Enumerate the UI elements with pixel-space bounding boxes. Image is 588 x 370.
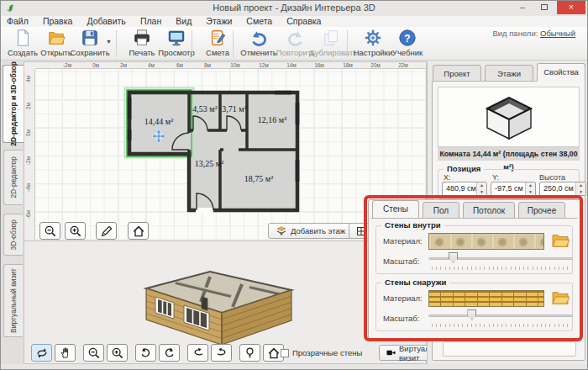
- duplicate-pages-icon: [322, 29, 340, 47]
- tab-2d-and-3d[interactable]: 2D-редактор и 3D-обзор: [3, 65, 24, 143]
- monitor-icon: [167, 29, 186, 47]
- checkbox-box[interactable]: [281, 349, 289, 357]
- room-label-4-53: 4,53 м²: [192, 104, 217, 114]
- tab-3d-view[interactable]: 3D-обзор: [3, 214, 23, 256]
- open-folder-icon: [47, 29, 66, 47]
- checkbox-label: Прозрачные стены: [292, 348, 362, 357]
- gear-icon: [364, 29, 382, 47]
- walls-properties-panel: Стены Пол Потолок Прочее Стены внутри Ма…: [368, 199, 580, 339]
- light-bulb-icon: [244, 346, 256, 359]
- transparent-walls-checkbox[interactable]: Прозрачные стены: [281, 348, 362, 357]
- slider-handle[interactable]: [467, 309, 476, 320]
- tab-properties[interactable]: Свойства: [537, 63, 585, 82]
- redo-icon: [286, 29, 305, 47]
- spinner-arrows[interactable]: ▲▼: [575, 182, 585, 195]
- wall-height-spinbox[interactable]: 250,0 см ▲▼: [539, 182, 586, 196]
- tab-ceiling[interactable]: Потолок: [463, 202, 515, 219]
- slider-ticks: [432, 324, 571, 327]
- close-button[interactable]: ×: [557, 1, 585, 14]
- room-label-18-75: 18,75 м²: [244, 174, 273, 183]
- orbit-button[interactable]: [31, 344, 52, 362]
- inner-wall-material-swatch[interactable]: [428, 233, 544, 250]
- plan-home-button[interactable]: [128, 222, 149, 240]
- rotate-ccw-icon: [139, 346, 152, 359]
- save-dropdown-arrow[interactable]: ▼: [106, 39, 112, 45]
- panel-view-label: Вид панели:: [492, 29, 538, 38]
- zoom-in-icon: [111, 346, 124, 360]
- menu-item-file[interactable]: Файл: [1, 16, 34, 27]
- maximize-button[interactable]: [533, 1, 555, 14]
- browse-material-folder-icon[interactable]: [551, 290, 570, 305]
- menu-item-plan[interactable]: План: [134, 16, 167, 27]
- zoom-out-3d-button[interactable]: [83, 344, 104, 362]
- add-floor-button[interactable]: Добавить этаж: [268, 223, 353, 239]
- panel-view-link[interactable]: Обычный: [540, 29, 575, 38]
- slider-ticks: [432, 267, 571, 270]
- tab-other[interactable]: Прочее: [518, 202, 565, 219]
- vertical-ruler: 4м 2м 0м -2м -4м -6м: [24, 69, 35, 240]
- panel-view-switch: Вид панели: Обычный: [492, 29, 575, 38]
- tab-floor[interactable]: Пол: [423, 202, 459, 219]
- rotate-cw-icon: [163, 346, 176, 359]
- toolbar-separator: [347, 30, 348, 57]
- tab-virtual-visit[interactable]: Виртуальный визит: [3, 264, 23, 337]
- menu-item-estimate[interactable]: Смета: [240, 16, 278, 27]
- inner-walls-title: Стены внутри: [381, 220, 444, 230]
- help-icon: ?: [398, 29, 417, 47]
- tab-walls[interactable]: Стены: [372, 200, 419, 219]
- estimate-notepad-icon: [208, 29, 227, 47]
- layers-icon: [276, 225, 287, 236]
- new-document-icon: [13, 29, 32, 47]
- toolbar-separator: [233, 30, 234, 57]
- home-icon: [267, 346, 281, 360]
- rotate-cw-button[interactable]: [159, 344, 180, 362]
- spinner-arrows[interactable]: ▲▼: [476, 182, 486, 195]
- plan-2d-view[interactable]: -2м 0м 2м 4м 6м 8м 10м 12м 14м 16м 18м 2…: [24, 61, 427, 241]
- rotate-ccw-button[interactable]: [135, 344, 156, 362]
- inner-wall-scale-slider[interactable]: [428, 252, 573, 264]
- left-mode-tabs: 2D-редактор и 3D-обзор 2D-редактор 3D-об…: [1, 61, 24, 364]
- light-button[interactable]: [239, 344, 260, 362]
- outer-wall-material-swatch[interactable]: [428, 290, 544, 307]
- tab-project[interactable]: Проект: [433, 65, 481, 82]
- menu-item-view[interactable]: Вид: [170, 16, 197, 27]
- pan-button[interactable]: [55, 344, 76, 362]
- orbit-icon: [35, 346, 49, 360]
- video-camera-icon: [386, 348, 396, 357]
- zoom-in-icon: [69, 225, 82, 238]
- spin-right-button[interactable]: [211, 344, 232, 362]
- measure-tool-button[interactable]: [96, 222, 117, 240]
- save-floppy-icon: [81, 29, 99, 47]
- room-label-13-25: 13,25 м²: [195, 159, 223, 168]
- minimize-button[interactable]: –: [512, 1, 533, 14]
- spin-left-button[interactable]: [187, 344, 208, 362]
- tutorial-button[interactable]: ? Учебник: [386, 29, 429, 60]
- tab-floors[interactable]: Этажи: [485, 65, 533, 82]
- room-label-14-44: 14,44 м²: [144, 117, 173, 126]
- menu-item-help[interactable]: Справка: [281, 16, 327, 27]
- menu-bar: Файл Правка Добавить План Вид Этажи Смет…: [1, 16, 587, 27]
- menu-item-edit[interactable]: Правка: [37, 16, 78, 27]
- room-3d-preview: [438, 87, 580, 147]
- tab-2d-editor[interactable]: 2D-редактор: [3, 150, 23, 205]
- printer-icon: [133, 29, 151, 47]
- inner-walls-group: Стены внутри Материал: Масштаб:: [375, 225, 573, 274]
- view-3d[interactable]: Прозрачные стены Виртуальный визит: [24, 241, 427, 364]
- room-label-3-71: 3,71 м²: [222, 104, 246, 114]
- spinner-arrows[interactable]: ▲▼: [525, 182, 535, 195]
- y-position-spinbox[interactable]: -97,5 см ▲▼: [491, 182, 536, 196]
- outer-walls-group: Стены снаружи Материал: Масштаб:: [375, 283, 573, 331]
- pencil-icon: [100, 225, 113, 238]
- undo-icon: [249, 29, 268, 47]
- menu-item-floors[interactable]: Этажи: [200, 16, 238, 27]
- plan-zoom-out-button[interactable]: [39, 222, 60, 240]
- spin-left-icon: [192, 346, 205, 360]
- menu-item-add[interactable]: Добавить: [81, 16, 131, 27]
- slider-handle[interactable]: [449, 252, 458, 263]
- plan-zoom-in-button[interactable]: [65, 222, 86, 240]
- x-position-spinbox[interactable]: 480,9 см ▲▼: [442, 182, 487, 196]
- outer-wall-scale-slider[interactable]: [428, 309, 573, 321]
- app-window: Новый проект - Дизайн Интерьера 3D – × Ф…: [0, 0, 588, 370]
- browse-material-folder-icon[interactable]: [551, 233, 570, 248]
- zoom-in-3d-button[interactable]: [107, 344, 128, 362]
